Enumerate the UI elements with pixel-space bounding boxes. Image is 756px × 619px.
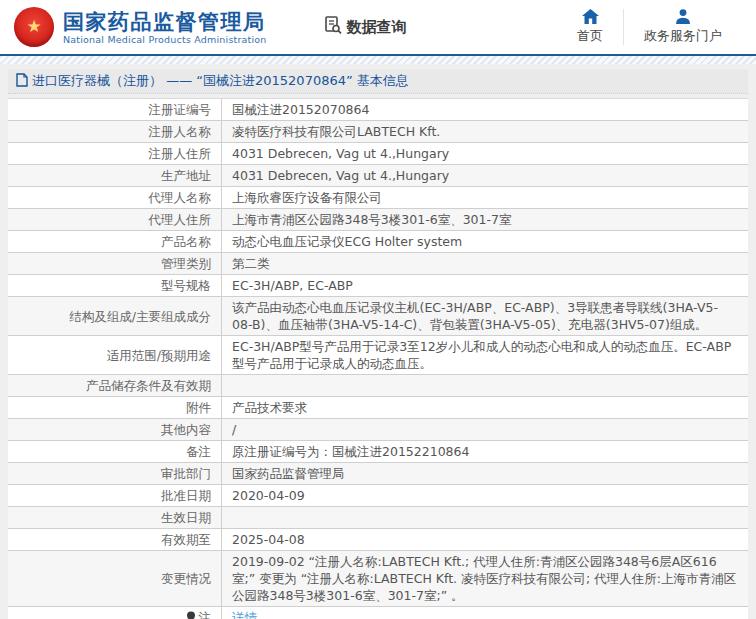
note-icon (186, 609, 196, 619)
table-row: 代理人住所 上海市青浦区公园路348号3楼301-6室、301-7室 (8, 209, 748, 231)
field-value: 原注册证编号为：国械注进20152210864 (222, 441, 748, 462)
field-value: 该产品由动态心电血压记录仪主机(EC-3H/ABP、EC-ABP)、3导联患者导… (222, 297, 748, 335)
site-header: ★ 国家药品监督管理局 National Medical Products Ad… (0, 0, 756, 56)
field-value (222, 375, 748, 396)
field-value (222, 507, 748, 528)
data-query-label: 数据查询 (347, 18, 407, 37)
field-value: 2019-09-02 “注册人名称:LABTECH Kft.; 代理人住所:青浦… (222, 551, 748, 606)
field-label: 注册人名称 (8, 121, 222, 142)
brand-block: 国家药品监督管理局 National Medical Products Admi… (63, 10, 267, 45)
data-query-button[interactable]: 数据查询 (323, 15, 407, 39)
field-value: 上海市青浦区公园路348号3楼301-6室、301-7室 (222, 209, 748, 230)
field-label: 批准日期 (8, 485, 222, 506)
field-value: 2025-04-08 (222, 529, 748, 550)
field-label: 其他内容 (8, 419, 222, 440)
field-label: 产品名称 (8, 231, 222, 252)
field-label: 产品储存条件及有效期 (8, 375, 222, 396)
table-row: 适用范围/预期用途 EC-3H/ABP型号产品用于记录3至12岁小儿和成人的动态… (8, 336, 748, 375)
field-value: / (222, 419, 748, 440)
table-row: 批准日期 2020-04-09 (8, 485, 748, 507)
table-row: 产品名称 动态心电血压记录仪ECG Holter system (8, 231, 748, 253)
table-row: 结构及组成/主要组成成分 该产品由动态心电血压记录仪主机(EC-3H/ABP、E… (8, 297, 748, 336)
table-row: 注册人名称 凌特医疗科技有限公司LABTECH Kft. (8, 121, 748, 143)
field-value: 动态心电血压记录仪ECG Holter system (222, 231, 748, 252)
field-label: 有效期至 (8, 529, 222, 550)
field-label: 管理类别 (8, 253, 222, 274)
field-label: 代理人名称 (8, 187, 222, 208)
document-search-icon (323, 15, 343, 39)
star-icon: ★ (26, 18, 41, 35)
field-value: 产品技术要求 (222, 397, 748, 418)
field-value: 第二类 (222, 253, 748, 274)
table-row: 其他内容 / (8, 419, 748, 441)
field-value: 4031 Debrecen, Vag ut 4.,Hungary (222, 143, 748, 164)
field-value: 4031 Debrecen, Vag ut 4.,Hungary (222, 165, 748, 186)
registration-info-table: 注册证编号 国械注进20152070864 注册人名称 凌特医疗科技有限公司LA… (8, 98, 748, 619)
user-icon (675, 9, 691, 24)
field-value: 详情 (222, 607, 748, 619)
table-row: 注册人住所 4031 Debrecen, Vag ut 4.,Hungary (8, 143, 748, 165)
field-label: 注册人住所 (8, 143, 222, 164)
nav-home[interactable]: 首页 (557, 9, 623, 45)
table-row: 型号规格 EC-3H/ABP, EC-ABP (8, 275, 748, 297)
field-value: 上海欣睿医疗设备有限公司 (222, 187, 748, 208)
field-label: 附件 (8, 397, 222, 418)
field-label: 生效日期 (8, 507, 222, 528)
field-value: 凌特医疗科技有限公司LABTECH Kft. (222, 121, 748, 142)
document-icon (16, 73, 28, 90)
field-label: 注 (8, 607, 222, 619)
nav-gov-portal[interactable]: 政务服务门户 (623, 9, 742, 45)
breadcrumb: 进口医疗器械（注册） —— “国械注进20152070864” 基本信息 (8, 69, 748, 94)
field-value: 国家药品监督管理局 (222, 463, 748, 484)
nav-gov-portal-label: 政务服务门户 (644, 27, 722, 45)
header-nav: 首页 政务服务门户 (557, 9, 742, 45)
site-subtitle: National Medical Products Administration (63, 34, 267, 45)
site-title: 国家药品监督管理局 (63, 10, 267, 34)
table-row: 附件 产品技术要求 (8, 397, 748, 419)
decorative-hatch-band (0, 56, 756, 64)
table-row-note: 注 详情 (8, 607, 748, 619)
details-link[interactable]: 详情 (232, 609, 257, 619)
field-label: 备注 (8, 441, 222, 462)
table-row: 产品储存条件及有效期 (8, 375, 748, 397)
table-row: 变更情况 2019-09-02 “注册人名称:LABTECH Kft.; 代理人… (8, 551, 748, 607)
field-label: 型号规格 (8, 275, 222, 296)
field-label: 结构及组成/主要组成成分 (8, 297, 222, 335)
table-row: 代理人名称 上海欣睿医疗设备有限公司 (8, 187, 748, 209)
table-row: 生产地址 4031 Debrecen, Vag ut 4.,Hungary (8, 165, 748, 187)
field-label: 注册证编号 (8, 99, 222, 120)
field-value: 2020-04-09 (222, 485, 748, 506)
field-value: EC-3H/ABP, EC-ABP (222, 275, 748, 296)
field-label: 生产地址 (8, 165, 222, 186)
field-value: EC-3H/ABP型号产品用于记录3至12岁小儿和成人的动态心电和成人的动态血压… (222, 336, 748, 374)
table-row: 生效日期 (8, 507, 748, 529)
table-row: 有效期至 2025-04-08 (8, 529, 748, 551)
table-row: 管理类别 第二类 (8, 253, 748, 275)
national-emblem-logo: ★ (14, 7, 54, 47)
breadcrumb-text: 进口医疗器械（注册） —— “国械注进20152070864” 基本信息 (32, 72, 409, 90)
field-label: 适用范围/预期用途 (8, 336, 222, 374)
table-row: 审批部门 国家药品监督管理局 (8, 463, 748, 485)
field-label: 审批部门 (8, 463, 222, 484)
field-value: 国械注进20152070864 (222, 99, 748, 120)
table-row: 备注 原注册证编号为：国械注进20152210864 (8, 441, 748, 463)
nav-home-label: 首页 (577, 27, 603, 45)
field-label: 变更情况 (8, 551, 222, 606)
table-row: 注册证编号 国械注进20152070864 (8, 99, 748, 121)
field-label: 代理人住所 (8, 209, 222, 230)
home-icon (582, 9, 599, 24)
